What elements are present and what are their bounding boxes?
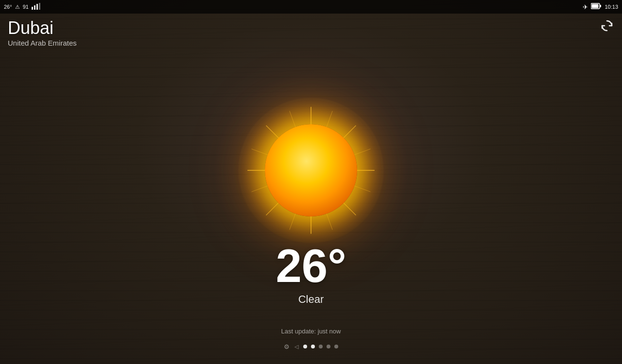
battery-level: 91 (23, 4, 29, 10)
page-dot-1[interactable] (303, 345, 307, 348)
city-header: Dubai United Arab Emirates (8, 18, 77, 47)
last-update-text: Last update: just now (281, 328, 341, 335)
temperature-status: 26° (4, 4, 12, 10)
battery-icon (591, 3, 602, 11)
svg-rect-2 (36, 4, 38, 10)
nav-arrow-icon: ◁ (294, 344, 299, 349)
refresh-button[interactable] (600, 18, 614, 35)
status-left: 26° ⚠ 91 (4, 3, 40, 11)
warning-icon: ⚠ (15, 4, 20, 10)
sun-illustration (238, 98, 384, 243)
clock: 10:13 (605, 4, 618, 10)
page-dot-4[interactable] (327, 345, 330, 348)
status-right: ✈ 10:13 (583, 3, 618, 11)
airplane-icon: ✈ (583, 3, 588, 11)
settings-dot-icon[interactable]: ⚙ (284, 344, 290, 349)
status-bar: 26° ⚠ 91 ✈ 10:13 (0, 0, 622, 14)
page-dot-5[interactable] (334, 345, 338, 348)
svg-rect-5 (600, 5, 602, 7)
city-name: Dubai (8, 18, 77, 38)
svg-rect-0 (32, 7, 33, 10)
country-name: United Arab Emirates (8, 39, 77, 47)
svg-rect-1 (34, 5, 35, 10)
sun-body (265, 124, 357, 216)
svg-rect-3 (39, 3, 40, 10)
page-dot-2[interactable] (311, 345, 315, 348)
page-dots: ⚙ ◁ (284, 344, 338, 349)
last-update-container: Last update: just now (281, 328, 341, 335)
svg-rect-6 (592, 4, 599, 8)
signal-bars (32, 3, 40, 11)
condition-display: Clear (276, 293, 346, 306)
temperature-display: 26° (276, 243, 346, 289)
page-dot-3[interactable] (319, 345, 323, 348)
weather-info: 26° Clear (276, 243, 346, 306)
